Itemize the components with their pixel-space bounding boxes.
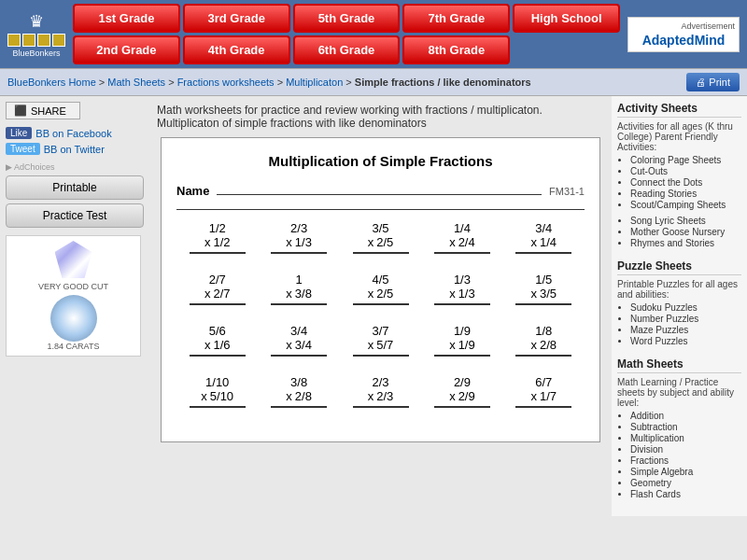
facebook-like-button[interactable]: Like bbox=[6, 127, 32, 139]
breadcrumb-fractions[interactable]: Fractions worksheets bbox=[177, 77, 275, 88]
list-item: Maze Puzzles bbox=[630, 325, 741, 335]
frac-mult-row: x 3/8 bbox=[286, 287, 312, 301]
puzzle-list: Sudoku PuzzlesNumber PuzzlesMaze Puzzles… bbox=[617, 302, 741, 346]
adapted-mind-ad: Advertisement AdaptedMind bbox=[627, 17, 740, 52]
frac-top: 3/5 bbox=[372, 221, 388, 235]
grade-button-1st-grade[interactable]: 1st Grade bbox=[73, 4, 180, 33]
frac-top: 1/2 bbox=[209, 221, 226, 235]
breadcrumb-bar: BlueBonkers Home > Math Sheets > Fractio… bbox=[0, 68, 747, 96]
frac-top: 3/8 bbox=[290, 375, 307, 389]
list-item: Song Lyric Sheets bbox=[630, 216, 741, 226]
problem-0-4: 3/4 x 1/4 bbox=[503, 221, 585, 254]
mult-x: x bbox=[449, 389, 456, 403]
list-item: Addition bbox=[630, 411, 741, 421]
list-item: Geometry bbox=[630, 478, 741, 488]
list-item: Simple Algebra bbox=[630, 467, 741, 477]
grade-button-7th-grade[interactable]: 7th Grade bbox=[402, 4, 510, 33]
twitter-link[interactable]: BB on Twitter bbox=[44, 144, 105, 155]
grade-buttons-grid: 1st Grade3rd Grade5th Grade7th GradeHigh… bbox=[73, 4, 620, 64]
grade-button-2nd-grade[interactable]: 2nd Grade bbox=[73, 35, 180, 64]
main-layout: ⬛ SHARE Like BB on Facebook Tweet BB on … bbox=[0, 96, 747, 516]
problem-0-2: 3/5 x 2/5 bbox=[340, 221, 421, 254]
frac-bot: 2/5 bbox=[376, 235, 393, 249]
frac-bot: 3/5 bbox=[540, 287, 557, 301]
frac-top: 3/4 bbox=[535, 221, 552, 235]
printable-button[interactable]: Printable bbox=[6, 175, 144, 200]
frac-bot: 2/7 bbox=[213, 287, 230, 301]
diamond-icon bbox=[55, 241, 92, 278]
logo-area: ♛ BlueBonkers bbox=[7, 11, 65, 58]
frac-bot: 3/4 bbox=[295, 338, 312, 352]
frac-top: 1/10 bbox=[205, 375, 229, 389]
puzzle-title: Puzzle Sheets bbox=[617, 259, 741, 275]
print-button[interactable]: 🖨 Print bbox=[686, 73, 740, 91]
facebook-link[interactable]: BB on Facebook bbox=[35, 128, 111, 139]
frac-mult-row: x 1/6 bbox=[204, 338, 231, 352]
answer-line bbox=[353, 252, 409, 254]
mult-x: x bbox=[286, 287, 292, 301]
twitter-tweet-button[interactable]: Tweet bbox=[6, 143, 40, 155]
grade-button-high-school[interactable]: High School bbox=[513, 4, 620, 33]
breadcrumb-home[interactable]: BlueBonkers Home bbox=[7, 77, 96, 88]
share-button[interactable]: ⬛ SHARE bbox=[6, 102, 80, 119]
frac-top: 4/5 bbox=[372, 273, 388, 287]
list-item: Coloring Page Sheets bbox=[630, 155, 741, 165]
problem-2-3: 1/9 x 1/9 bbox=[421, 324, 502, 357]
problem-row-0: 1/2 x 1/2 2/3 x 1/3 3/5 x 2/5 1/4 x bbox=[176, 221, 585, 254]
worksheet-id: FM31-1 bbox=[549, 186, 585, 197]
breadcrumb-mult[interactable]: Multiplicaton bbox=[286, 77, 343, 88]
header: ♛ BlueBonkers 1st Grade3rd Grade5th Grad… bbox=[0, 0, 747, 68]
frac-top: 3/7 bbox=[372, 324, 388, 338]
answer-line bbox=[353, 406, 409, 408]
ad-carats-text: 1.84 CARATS bbox=[48, 342, 100, 351]
frac-mult-row: x 2/9 bbox=[449, 389, 475, 403]
frac-mult-row: x 5/7 bbox=[368, 338, 394, 352]
grade-button-4th-grade[interactable]: 4th Grade bbox=[183, 35, 290, 64]
mult-x: x bbox=[368, 235, 374, 249]
frac-mult-row: x 1/7 bbox=[531, 389, 557, 403]
frac-mult-row: x 2/5 bbox=[368, 235, 394, 249]
worksheet-divider bbox=[176, 209, 585, 210]
breadcrumb-current: Simple fractions / like denominators bbox=[355, 77, 531, 88]
twitter-row: Tweet BB on Twitter bbox=[6, 143, 144, 155]
answer-line bbox=[190, 252, 246, 254]
frac-top: 1/3 bbox=[454, 273, 471, 287]
content-area: Math worksheets for practice and review … bbox=[149, 96, 612, 516]
adapted-logo[interactable]: AdaptedMind bbox=[632, 33, 735, 48]
grade-button-5th-grade[interactable]: 5th Grade bbox=[293, 4, 401, 33]
answer-line bbox=[515, 355, 571, 357]
activity-title: Activity Sheets bbox=[617, 102, 741, 118]
frac-mult-row: x 3/5 bbox=[531, 287, 557, 301]
answer-line bbox=[190, 355, 246, 357]
list-item: Rhymes and Stories bbox=[630, 238, 741, 248]
grade-button-6th-grade[interactable]: 6th Grade bbox=[293, 35, 401, 64]
list-item: Division bbox=[630, 444, 741, 455]
logo-name: BlueBonkers bbox=[12, 49, 60, 58]
worksheet: Multiplication of Simple Fractions Name … bbox=[161, 137, 600, 442]
problem-3-4: 6/7 x 1/7 bbox=[503, 375, 585, 408]
frac-top: 2/3 bbox=[290, 221, 307, 235]
grade-button-3rd-grade[interactable]: 3rd Grade bbox=[183, 4, 290, 33]
mult-x: x bbox=[368, 389, 374, 403]
frac-bot: 5/10 bbox=[210, 389, 233, 403]
list-item: Subtraction bbox=[630, 422, 741, 432]
frac-mult-row: x 3/4 bbox=[286, 338, 312, 352]
mult-x: x bbox=[201, 389, 207, 403]
frac-top: 6/7 bbox=[535, 375, 552, 389]
grade-button-8th-grade[interactable]: 8th Grade bbox=[402, 35, 510, 64]
problem-3-0: 1/10 x 5/10 bbox=[176, 375, 258, 408]
intro-text: Math worksheets for practice and review … bbox=[157, 104, 604, 130]
problem-0-3: 1/4 x 2/4 bbox=[421, 221, 502, 254]
breadcrumb-math[interactable]: Math Sheets bbox=[107, 77, 165, 88]
frac-bot: 2/9 bbox=[458, 389, 475, 403]
frac-mult-row: x 1/4 bbox=[531, 235, 557, 249]
math-section: Math Sheets Math Learning / Practice she… bbox=[617, 357, 741, 499]
share-icon: ⬛ bbox=[14, 105, 27, 117]
problem-3-1: 3/8 x 2/8 bbox=[258, 375, 339, 408]
problem-0-1: 2/3 x 1/3 bbox=[258, 221, 339, 254]
frac-mult-row: x 2/7 bbox=[204, 287, 231, 301]
breadcrumb: BlueBonkers Home > Math Sheets > Fractio… bbox=[7, 77, 531, 88]
frac-bot: 2/5 bbox=[376, 287, 393, 301]
mult-x: x bbox=[449, 338, 456, 352]
practice-test-button[interactable]: Practice Test bbox=[6, 203, 144, 228]
